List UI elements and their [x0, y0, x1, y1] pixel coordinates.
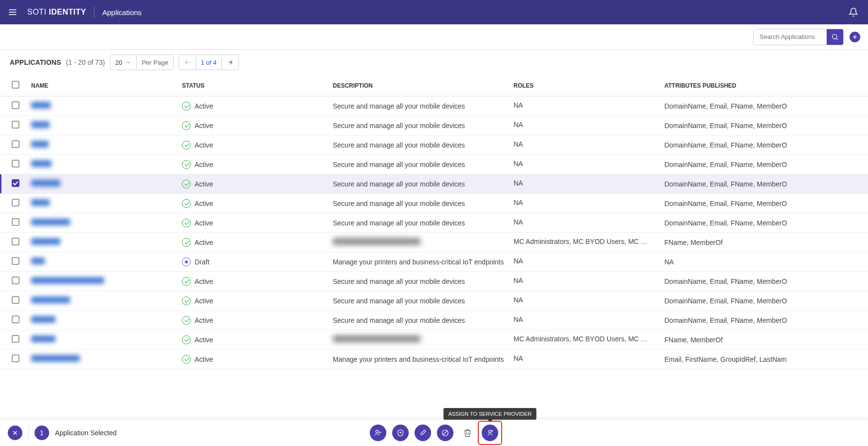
- attributes-text: FName, MemberOf: [664, 239, 723, 246]
- status-cell: Active: [182, 141, 323, 149]
- status-cell: Active: [182, 335, 323, 344]
- application-name[interactable]: [31, 238, 60, 245]
- attributes-text: DomainName, Email, FName, MemberO: [664, 316, 787, 324]
- row-checkbox[interactable]: [12, 296, 19, 304]
- application-name[interactable]: [31, 121, 50, 128]
- menu-icon[interactable]: [8, 7, 18, 17]
- application-name[interactable]: [31, 160, 52, 167]
- roles-text: NA: [513, 199, 523, 206]
- table-row[interactable]: ActiveSecure and manage all your mobile …: [0, 272, 868, 291]
- check-circle-icon: [182, 335, 191, 344]
- table-row[interactable]: ActiveMC Administrators, MC BYOD Users, …: [0, 233, 868, 252]
- status-text: Active: [195, 141, 213, 149]
- check-circle-icon: [182, 238, 191, 247]
- search-input[interactable]: [754, 29, 827, 45]
- brand-logo: SOTI IDENTITY: [27, 8, 86, 17]
- application-name[interactable]: [31, 219, 70, 225]
- description-text: Manage your printers and business-critic…: [333, 355, 504, 363]
- check-circle-icon: [182, 355, 191, 364]
- application-name[interactable]: [31, 335, 55, 342]
- row-checkbox[interactable]: [12, 218, 19, 226]
- table-row[interactable]: ActiveSecure and manage all your mobile …: [0, 135, 868, 155]
- attributes-text: DomainName, Email, FName, MemberO: [664, 278, 787, 285]
- row-checkbox[interactable]: [12, 238, 19, 245]
- application-name[interactable]: [31, 199, 50, 206]
- attributes-text: DomainName, Email, FName, MemberO: [664, 141, 787, 149]
- table-row[interactable]: ActiveSecure and manage all your mobile …: [0, 291, 868, 311]
- row-checkbox[interactable]: [12, 179, 19, 187]
- attributes-text: DomainName, Email, FName, MemberO: [664, 200, 787, 207]
- row-checkbox[interactable]: [12, 335, 19, 343]
- status-text: Active: [195, 200, 213, 207]
- search-field: [753, 29, 844, 45]
- notifications-icon[interactable]: [847, 5, 860, 19]
- svg-point-3: [832, 34, 837, 38]
- status-cell: Active: [182, 277, 323, 286]
- application-name[interactable]: [31, 102, 51, 109]
- application-name[interactable]: [31, 297, 70, 303]
- status-cell: Active: [182, 219, 323, 227]
- roles-text: NA: [513, 101, 523, 109]
- check-circle-icon: [182, 141, 191, 149]
- roles-text: NA: [513, 316, 523, 323]
- table-row[interactable]: ActiveSecure and manage all your mobile …: [0, 116, 868, 135]
- table-row[interactable]: ActiveSecure and manage all your mobile …: [0, 194, 868, 213]
- row-checkbox[interactable]: [12, 140, 19, 148]
- row-checkbox[interactable]: [12, 277, 19, 284]
- table-row[interactable]: ActiveSecure and manage all your mobile …: [0, 155, 868, 174]
- row-checkbox[interactable]: [12, 316, 19, 323]
- applications-table-wrap: NAME STATUS DESCRIPTION ROLES ATTRIBUTES…: [0, 75, 868, 419]
- description-text: [333, 335, 420, 342]
- application-name[interactable]: [31, 258, 45, 264]
- col-attributes[interactable]: ATTRIBUTES PUBLISHED: [659, 75, 868, 96]
- table-row[interactable]: ActiveSecure and manage all your mobile …: [0, 174, 868, 194]
- row-checkbox[interactable]: [12, 121, 19, 129]
- header-divider: [94, 6, 94, 18]
- row-checkbox[interactable]: [12, 199, 19, 206]
- per-page-value[interactable]: 20: [110, 55, 137, 70]
- roles-text: NA: [513, 277, 523, 284]
- application-name[interactable]: [31, 277, 104, 284]
- application-name[interactable]: [31, 355, 80, 362]
- col-name[interactable]: NAME: [26, 75, 177, 96]
- status-cell: Active: [182, 180, 323, 188]
- description-text: Secure and manage all your mobile device…: [333, 316, 465, 324]
- next-page-button[interactable]: [222, 55, 238, 70]
- row-checkbox[interactable]: [12, 257, 19, 265]
- row-checkbox[interactable]: [12, 354, 19, 362]
- status-text: Active: [195, 219, 213, 227]
- status-text: Active: [195, 336, 213, 344]
- attributes-text: DomainName, Email, FName, MemberO: [664, 180, 787, 188]
- prev-page-button[interactable]: [179, 55, 196, 70]
- roles-text: NA: [513, 354, 523, 362]
- attributes-text: DomainName, Email, FName, MemberO: [664, 297, 787, 305]
- col-description[interactable]: DESCRIPTION: [328, 75, 508, 96]
- status-text: Active: [195, 102, 213, 110]
- attributes-text: DomainName, Email, FName, MemberO: [664, 102, 787, 110]
- table-row[interactable]: ActiveSecure and manage all your mobile …: [0, 213, 868, 233]
- col-roles[interactable]: ROLES: [508, 75, 659, 96]
- svg-line-4: [836, 38, 838, 40]
- table-row[interactable]: ActiveManage your printers and business-…: [0, 350, 868, 369]
- application-name[interactable]: [31, 316, 55, 323]
- table-row[interactable]: DraftManage your printers and business-c…: [0, 252, 868, 272]
- row-checkbox[interactable]: [12, 101, 19, 109]
- table-row[interactable]: ActiveSecure and manage all your mobile …: [0, 311, 868, 330]
- status-text: Draft: [195, 258, 209, 266]
- table-row[interactable]: ActiveMC Administrators, MC BYOD Users, …: [0, 330, 868, 350]
- row-checkbox[interactable]: [12, 160, 19, 167]
- page-info: 1 of 4: [196, 55, 222, 70]
- application-name[interactable]: [31, 180, 60, 186]
- status-text: Active: [195, 316, 213, 324]
- table-row[interactable]: ActiveSecure and manage all your mobile …: [0, 96, 868, 116]
- add-button[interactable]: [850, 32, 860, 42]
- status-cell: Active: [182, 121, 323, 130]
- col-status[interactable]: STATUS: [177, 75, 328, 96]
- search-button[interactable]: [827, 29, 843, 45]
- application-name[interactable]: [31, 141, 49, 148]
- select-all-checkbox[interactable]: [12, 81, 19, 89]
- description-text: Secure and manage all your mobile device…: [333, 219, 465, 227]
- status-text: Active: [195, 239, 213, 246]
- status-cell: Active: [182, 102, 323, 111]
- status-text: Active: [195, 180, 213, 188]
